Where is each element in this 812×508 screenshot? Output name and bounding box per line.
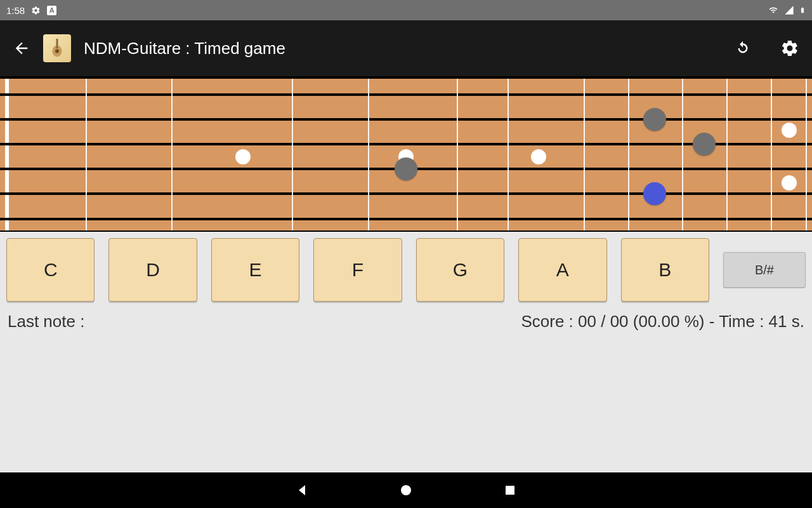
note-b-button[interactable]: B [621, 238, 709, 302]
note-d-button[interactable]: D [108, 238, 197, 302]
signal-icon [784, 5, 794, 15]
nav-recent-icon[interactable] [502, 483, 518, 498]
note-a-button[interactable]: A [518, 238, 606, 302]
page-title: NDM-Guitare : Timed game [84, 39, 705, 58]
gear-icon[interactable] [780, 39, 799, 58]
app-icon [43, 34, 71, 62]
app-bar: NDM-Guitare : Timed game [0, 20, 812, 76]
fret-line [584, 79, 585, 231]
status-line: Last note : Score : 00 / 00 (00.00 %) - … [0, 302, 812, 342]
fret-line [86, 79, 87, 231]
fret-line [771, 79, 772, 231]
nav-back-icon[interactable] [294, 483, 310, 498]
fret-inlay [782, 123, 797, 138]
string [0, 143, 812, 145]
gear-icon [31, 6, 41, 15]
svg-point-3 [401, 485, 411, 495]
nut [5, 79, 9, 231]
string [0, 192, 812, 195]
fret-line [682, 79, 683, 231]
note-marker-grey [395, 157, 417, 180]
svg-rect-4 [506, 486, 514, 495]
badge-icon: A [47, 6, 56, 15]
fret-line [508, 79, 509, 231]
score-time-text: Score : 00 / 00 (00.00 %) - Time : 41 s. [521, 312, 804, 331]
string [0, 93, 812, 96]
fret-line [726, 79, 728, 231]
fret-line [368, 79, 369, 231]
android-nav-bar [0, 472, 812, 508]
svg-point-2 [55, 50, 59, 53]
android-status-bar: 1:58 A [0, 0, 812, 20]
note-marker-active [643, 182, 666, 205]
svg-rect-1 [56, 39, 58, 48]
note-g-button[interactable]: G [416, 238, 504, 302]
string [0, 118, 812, 121]
note-f-button[interactable]: F [313, 238, 402, 302]
last-note-label: Last note : [8, 312, 84, 331]
note-marker-grey [693, 133, 716, 156]
nav-home-icon[interactable] [398, 483, 414, 498]
note-c-button[interactable]: C [6, 238, 95, 302]
fret-line [457, 79, 458, 231]
refresh-icon[interactable] [733, 39, 752, 58]
fret-inlay [531, 149, 546, 164]
flat-sharp-toggle[interactable]: B/# [723, 252, 806, 288]
note-marker-grey [643, 108, 666, 131]
fret-inlay [235, 149, 251, 164]
wifi-icon [768, 6, 779, 15]
note-e-button[interactable]: E [211, 238, 299, 302]
fret-line [171, 79, 173, 231]
fret-line [292, 79, 293, 231]
fret-inlay [782, 175, 797, 190]
string [0, 218, 812, 220]
fret-line [628, 79, 629, 231]
fretboard[interactable] [0, 76, 812, 232]
note-buttons-row: C D E F G A B B/# [0, 232, 812, 302]
back-button[interactable] [13, 39, 30, 57]
status-time: 1:58 [6, 5, 25, 16]
battery-icon [799, 5, 806, 15]
fret-line [806, 79, 807, 231]
